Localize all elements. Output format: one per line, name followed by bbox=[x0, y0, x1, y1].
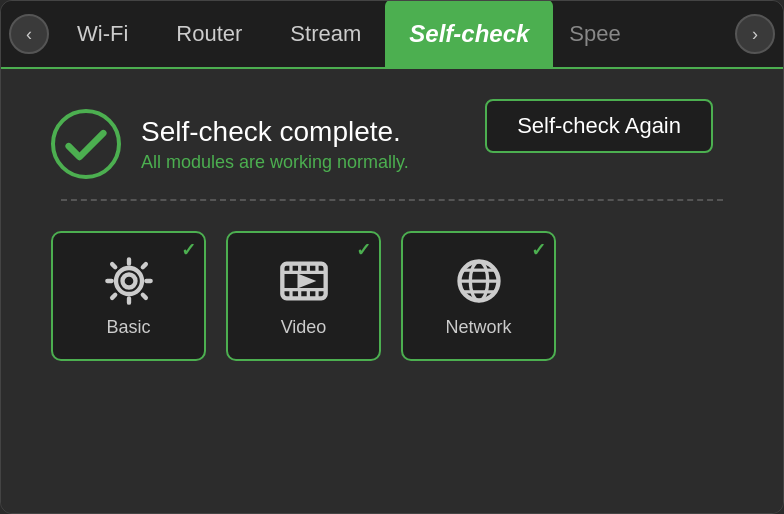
status-section: Self-check complete. All modules are wor… bbox=[51, 109, 409, 179]
status-text: Self-check complete. All modules are wor… bbox=[141, 116, 409, 173]
module-card-network[interactable]: ✓ Network bbox=[401, 231, 556, 361]
svg-point-1 bbox=[116, 268, 142, 294]
main-content: Self-check complete. All modules are wor… bbox=[1, 69, 783, 513]
tab-speed-partial[interactable]: Spee bbox=[553, 13, 636, 55]
svg-marker-13 bbox=[299, 276, 310, 285]
status-subtitle: All modules are working normally. bbox=[141, 152, 409, 173]
tab-wifi[interactable]: Wi-Fi bbox=[53, 0, 152, 68]
tabs-container: Wi-Fi Router Stream Self-check Spee bbox=[53, 0, 731, 68]
module-check-video: ✓ bbox=[356, 239, 371, 261]
tab-router[interactable]: Router bbox=[152, 0, 266, 68]
tab-selfcheck[interactable]: Self-check bbox=[385, 0, 553, 68]
globe-icon bbox=[453, 255, 505, 307]
module-label-video: Video bbox=[281, 317, 327, 338]
gear-icon bbox=[103, 255, 155, 307]
tab-stream[interactable]: Stream bbox=[266, 0, 385, 68]
module-label-network: Network bbox=[445, 317, 511, 338]
button-area: Self-check Again bbox=[485, 99, 733, 153]
status-title: Self-check complete. bbox=[141, 116, 409, 148]
prev-arrow[interactable]: ‹ bbox=[9, 14, 49, 54]
svg-point-0 bbox=[122, 274, 135, 287]
checkmark-icon bbox=[60, 118, 112, 170]
module-label-basic: Basic bbox=[106, 317, 150, 338]
divider bbox=[61, 199, 723, 201]
module-check-basic: ✓ bbox=[181, 239, 196, 261]
module-check-network: ✓ bbox=[531, 239, 546, 261]
check-circle bbox=[51, 109, 121, 179]
tab-bar: ‹ Wi-Fi Router Stream Self-check Spee › bbox=[1, 1, 783, 69]
film-icon bbox=[278, 255, 330, 307]
module-card-basic[interactable]: ✓ Basic bbox=[51, 231, 206, 361]
module-card-video[interactable]: ✓ Video bbox=[226, 231, 381, 361]
selfcheck-again-button[interactable]: Self-check Again bbox=[485, 99, 713, 153]
next-arrow[interactable]: › bbox=[735, 14, 775, 54]
modules-row: ✓ Basic ✓ bbox=[51, 221, 733, 371]
